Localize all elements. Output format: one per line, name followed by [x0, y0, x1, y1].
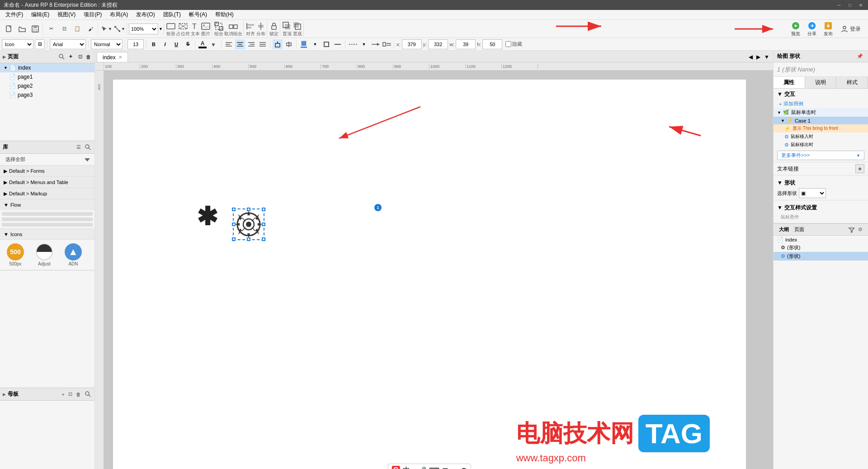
menu-project[interactable]: 项目(P)	[80, 10, 105, 19]
select-all-button[interactable]: 选择全部	[4, 156, 27, 163]
pages-duplicate-btn[interactable]: ⊡	[77, 53, 83, 61]
menu-view[interactable]: 视图(V)	[54, 10, 79, 19]
handle-tm[interactable]	[247, 208, 250, 211]
masters-duplicate-btn[interactable]: ⊡	[67, 390, 73, 398]
bold-button[interactable]: B	[149, 39, 159, 49]
outline-filter-btn[interactable]	[847, 226, 855, 234]
handle-tr[interactable]	[262, 208, 265, 211]
arrow-style-button[interactable]	[370, 39, 380, 49]
asterisk-shape[interactable]: ✱	[197, 202, 218, 231]
style-settings-header[interactable]: ▼ 交互样式设置	[777, 202, 864, 213]
handle-bl[interactable]	[232, 237, 236, 241]
image-tool[interactable]: 图片	[201, 21, 211, 37]
menu-edit[interactable]: 编辑(E)	[28, 10, 53, 19]
y-input[interactable]	[428, 39, 448, 49]
shape-type-select[interactable]: ▣	[799, 188, 826, 198]
page-item-index[interactable]: ▼ 📄 index	[0, 63, 94, 72]
outline-item-shape-2[interactable]: ⚙ (形状)	[774, 252, 868, 261]
page-item-page1[interactable]: 📄 page1	[0, 72, 94, 81]
case-row-1[interactable]: ▼ ⚡ Case 1	[774, 117, 868, 124]
justify-button[interactable]	[258, 39, 268, 49]
zoom-dropdown[interactable]: ▼	[159, 27, 163, 31]
x-input[interactable]	[402, 39, 422, 49]
canvas-scroll-right[interactable]: ▶	[755, 53, 762, 61]
more-events-button[interactable]: 更多事件>>> ▼	[777, 151, 864, 160]
line-style-dropdown[interactable]: ▼	[359, 39, 369, 49]
canvas-scroll-down[interactable]: ▼	[762, 53, 771, 61]
share-button[interactable]: 分享	[805, 20, 819, 38]
distribute-button[interactable]: 分布	[256, 21, 266, 37]
masters-add-btn[interactable]: +	[61, 391, 66, 398]
placeholder-tool[interactable]: 占位符	[176, 21, 190, 37]
widget-type-select[interactable]: Icon Rectangle Text	[2, 39, 33, 49]
pages-search-btn[interactable]	[57, 52, 66, 62]
menu-team[interactable]: 团队(T)	[160, 10, 184, 19]
paste-button[interactable]: 📋	[71, 23, 84, 35]
icon-item-500px[interactable]: 500 500px	[2, 242, 29, 268]
align-center-button[interactable]	[235, 39, 245, 49]
format-painter-button[interactable]: 🖌	[84, 23, 97, 35]
border-width-button[interactable]	[333, 39, 343, 49]
library-menu-btn[interactable]: ☰	[75, 143, 82, 151]
copy-button[interactable]: ⊡	[58, 23, 71, 35]
font-style-select[interactable]: Normal Bold Italic	[91, 39, 123, 49]
new-button[interactable]	[3, 23, 15, 35]
minimize-button[interactable]: ─	[835, 1, 843, 9]
pages-add-btn[interactable]: +	[67, 52, 75, 62]
group-button[interactable]: 组合	[214, 21, 224, 37]
hide-checkbox-group[interactable]: 隐藏	[505, 41, 522, 47]
ungroup-button[interactable]: 取消组合	[224, 21, 242, 37]
fill-color-dropdown[interactable]: ▼	[310, 39, 320, 49]
outline-item-shape-1[interactable]: ⚙ (形状)	[774, 243, 868, 252]
preview-button[interactable]: 预览	[788, 20, 803, 38]
pages-expand-arrow[interactable]: ▶	[3, 55, 6, 59]
send-back-button[interactable]: 置底	[292, 21, 302, 37]
text-tool[interactable]: T 文本	[190, 21, 200, 37]
lib-category-markup-header[interactable]: ▶ Default > Markup	[0, 188, 94, 199]
underline-button[interactable]: U	[171, 39, 181, 49]
add-case-button[interactable]: + 添加用例	[774, 99, 868, 108]
outline-tab-page[interactable]: 页面	[793, 225, 806, 234]
library-search-btn[interactable]	[84, 143, 92, 152]
menu-help[interactable]: 帮助(H)	[212, 10, 237, 19]
rectangle-tool[interactable]: 矩形	[166, 21, 176, 37]
lib-category-forms-header[interactable]: ▶ Default > Forms	[0, 166, 94, 176]
align-left-button[interactable]	[224, 39, 234, 49]
selection-mode-button[interactable]: ▼	[100, 23, 113, 35]
page-item-page2[interactable]: 📄 page2	[0, 81, 94, 90]
cut-button[interactable]: ✂	[45, 23, 57, 35]
handle-bm[interactable]	[247, 237, 250, 241]
border-color-button[interactable]	[321, 39, 331, 49]
canvas-wrapper[interactable]: 100 200 300 400 500 600 700 800 900 1000…	[95, 62, 773, 469]
canvas-scroll-left[interactable]: ◀	[747, 53, 755, 61]
icon-item-adjust[interactable]: Adjust	[31, 242, 58, 268]
font-color-button[interactable]: A	[198, 39, 208, 49]
fill-color-button[interactable]	[299, 39, 309, 49]
masters-search-btn[interactable]	[84, 390, 92, 399]
align-button[interactable]: 对齐	[245, 21, 255, 37]
lib-category-menus-header[interactable]: ▶ Default > Menus and Table	[0, 177, 94, 188]
icons-header[interactable]: ▼ Icons	[0, 229, 94, 240]
action-row-3[interactable]: ⚙ 鼠标移出时	[774, 141, 868, 149]
hide-checkbox[interactable]	[505, 41, 511, 47]
align-right-button[interactable]	[246, 39, 256, 49]
icon-item-adn[interactable]: ▲ ADN	[60, 242, 87, 268]
valign-top-button[interactable]	[273, 39, 283, 49]
line-style-button[interactable]	[348, 39, 358, 49]
interaction-section-header[interactable]: ▼ 交互	[774, 89, 868, 99]
highlight-button[interactable]: ▼	[209, 39, 219, 49]
zoom-select[interactable]: 100% 50% 150% 200%	[129, 24, 158, 34]
widget-type-icon-btn[interactable]: ⊡	[35, 39, 45, 49]
valign-middle-button[interactable]	[284, 39, 294, 49]
props-tab-style[interactable]: 样式	[836, 77, 868, 88]
handle-mr[interactable]	[262, 223, 265, 226]
action-row-2[interactable]: ⚙ 鼠标移入时	[774, 133, 868, 141]
outline-settings-btn[interactable]: ⚙	[856, 226, 864, 234]
menu-publish[interactable]: 发布(O)	[132, 10, 158, 19]
font-size-input[interactable]	[127, 39, 144, 49]
handle-ml[interactable]	[232, 223, 236, 226]
lib-category-flow-header[interactable]: ▼ Flow	[0, 199, 94, 210]
more-style-button[interactable]	[382, 39, 392, 49]
canvas[interactable]: ✱	[104, 71, 773, 469]
italic-button[interactable]: I	[160, 39, 170, 49]
